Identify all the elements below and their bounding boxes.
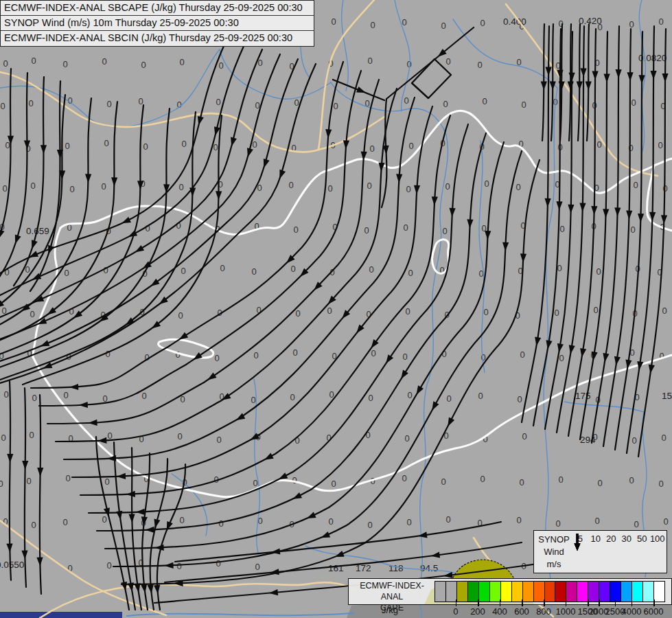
cape-color-cell: [577, 582, 588, 602]
weather-map: 0000000000000000000000000000000000000000…: [0, 0, 672, 618]
streamline-arrow-icon: [128, 514, 135, 523]
streamline-arrow-icon: [6, 543, 13, 552]
country-border-line: [318, 0, 374, 150]
streamline-arrow-icon: [141, 516, 148, 526]
streamline-arrow-icon: [544, 198, 551, 207]
streamline: [97, 133, 486, 531]
streamline-arrow-icon: [120, 217, 131, 227]
wind-legend-title: SYNOP Wind m/s: [536, 534, 572, 571]
streamline-arrow-icon: [638, 214, 645, 222]
streamline-arrow-icon: [216, 191, 222, 200]
cape-unit-label: J/kg: [362, 605, 417, 615]
cape-color-cell: [555, 582, 566, 602]
streamline-arrow-icon: [36, 557, 43, 566]
national-border-line: [159, 339, 213, 358]
cape-tick-mark: [588, 599, 589, 606]
streamline-arrow-icon: [449, 208, 456, 217]
river-line: [342, 0, 349, 91]
streamline-arrow-icon: [117, 473, 126, 480]
streamline-arrow-icon: [568, 73, 575, 82]
streamline-arrow-icon: [614, 207, 621, 216]
streamline-arrow-icon: [137, 181, 143, 190]
streamline-arrow-icon: [305, 512, 316, 522]
cape-color-cell: [566, 582, 577, 602]
streamline-arrow-icon: [261, 159, 270, 169]
wind-speed-entry: 20: [603, 533, 619, 571]
streamline-arrow-icon: [229, 137, 237, 148]
streamline: [382, 27, 474, 207]
streamline-arrow-icon: [382, 146, 389, 154]
streamline-arrow-icon: [615, 69, 621, 78]
streamline-arrow-icon: [133, 245, 144, 255]
streamline-arrow-icon: [545, 67, 551, 76]
streamline-arrow-icon: [248, 433, 259, 443]
streamline-arrow-icon: [21, 550, 28, 559]
streamline-arrow-icon: [467, 219, 474, 228]
river-line: [395, 0, 410, 111]
streamline-arrow-icon: [291, 492, 302, 502]
streamline-arrow-icon: [163, 521, 172, 532]
cape-legend-title-line: ECMWF-INDEX-ANAL: [350, 580, 434, 602]
wind-speed-entry: 50: [634, 533, 650, 571]
cape-tick-mark: [522, 599, 523, 606]
streamline-arrow-icon: [8, 136, 14, 145]
streamline-arrow-icon: [429, 401, 439, 412]
streamline-arrow-icon: [24, 141, 30, 150]
streamline-arrow-icon: [485, 231, 491, 240]
streamline-arrow-icon: [591, 206, 598, 215]
cape-color-cell: [523, 582, 534, 602]
cape-color-cell: [599, 582, 610, 602]
streamline-arrow-icon: [12, 235, 21, 245]
cape-tick-mark: [632, 599, 633, 606]
streamline-arrow-icon: [126, 491, 135, 498]
wind-speed-entry: 10: [588, 533, 604, 571]
title-box: ECMWF-INDEX-ANAL SBCAPE (J/kg) Thursday …: [0, 0, 314, 47]
streamline-arrow-icon: [325, 129, 332, 139]
cape-color-cell: [512, 582, 523, 602]
streamline-arrow-icon: [603, 209, 610, 218]
wind-speed-entry: 30: [619, 533, 635, 571]
streamline-arrow-icon: [271, 548, 281, 555]
streamline-arrow-icon: [334, 551, 344, 560]
wind-legend-title-line: SYNOP: [536, 534, 572, 546]
streamline: [80, 115, 450, 495]
streamline-arrow-icon: [206, 372, 217, 382]
bottom-edge-water: [0, 612, 122, 618]
streamline-arrow-icon: [502, 242, 509, 251]
wind-speed-label: 10: [591, 534, 601, 544]
cape-color-cell: [534, 582, 545, 602]
streamline-arrow-icon: [592, 71, 598, 80]
streamline-arrow-icon: [414, 385, 424, 396]
country-border-line: [506, 4, 658, 176]
title-line-wind: SYNOP Wind (m/s) 10m Thursday 25-09-2025…: [1, 16, 314, 31]
cape-color-cell: [610, 582, 621, 602]
wind-speed-label: 100: [650, 534, 665, 544]
cape-color-cell: [446, 582, 457, 602]
streamline-arrow-icon: [79, 402, 88, 409]
streamline: [0, 73, 27, 280]
river-line: [305, 546, 472, 578]
wind-legend: SYNOP Wind m/s 510203050100: [533, 530, 667, 573]
streamline-arrow-icon: [277, 170, 286, 180]
streamline-arrow-icon: [662, 73, 668, 82]
cape-tick-scale: 0200400600800100015002000250040006000: [434, 599, 664, 617]
cape-tick-mark: [615, 599, 616, 606]
streamline-arrow-icon: [245, 148, 253, 158]
streamline-arrow-icon: [520, 253, 526, 262]
streamline: [412, 59, 451, 98]
cape-color-cell: [468, 582, 479, 602]
streamline-arrow-icon: [22, 461, 28, 470]
streamline-arrow-icon: [586, 82, 592, 91]
streamline-arrow-icon: [154, 545, 163, 551]
streamline-arrow-icon: [580, 68, 586, 77]
streamline-arrow-icon: [445, 417, 454, 428]
streamline-arrow-icon: [627, 72, 633, 81]
river-line: [220, 49, 331, 99]
streamline: [113, 151, 522, 566]
cape-color-cell: [435, 582, 446, 602]
streamline-arrow-icon: [650, 71, 656, 80]
streamline-arrow-icon: [0, 229, 5, 240]
river-line: [453, 19, 557, 88]
streamline-arrow-icon: [268, 589, 278, 596]
streamline-arrow-icon: [29, 240, 38, 250]
